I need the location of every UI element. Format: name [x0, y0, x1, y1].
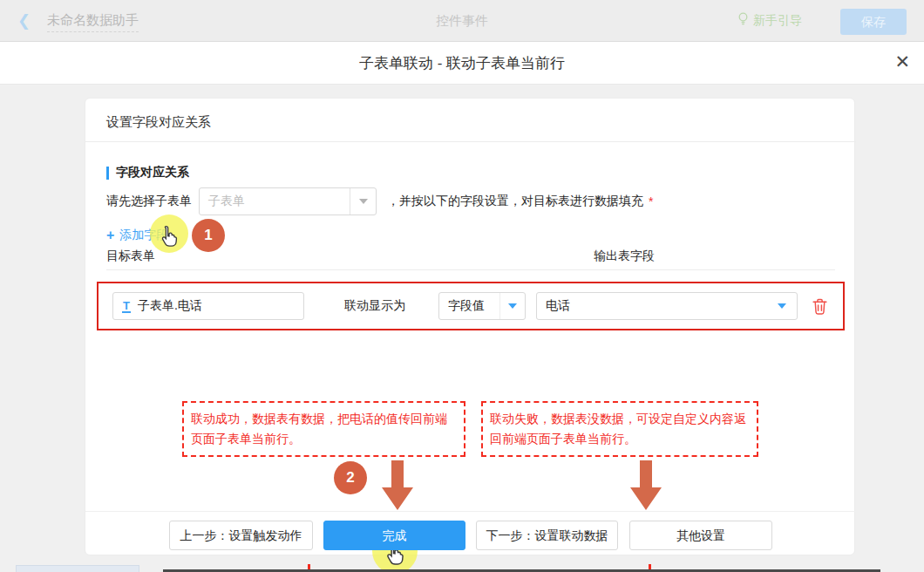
- subform-select[interactable]: 子表单: [199, 187, 377, 215]
- close-icon[interactable]: ✕: [894, 51, 910, 72]
- column-header-output: 输出表字段: [594, 249, 655, 264]
- arrow-down-icon: [382, 460, 413, 514]
- modal-header: 子表单联动 - 联动子表单当前行 ✕: [0, 42, 924, 85]
- trash-icon: [812, 298, 827, 315]
- chevron-down-icon: [778, 303, 786, 309]
- column-header-target: 目标表单: [106, 249, 155, 264]
- cutoff-red-dash: [308, 564, 310, 569]
- annotation-note-success: 联动成功，数据表有数据，把电话的值传回前端页面子表单当前行。: [182, 401, 465, 457]
- output-field-value: 电话: [546, 298, 570, 314]
- blue-accent-bar: [106, 167, 109, 180]
- subform-select-row: 请先选择子表单 子表单 ，并按以下的字段设置，对目标表进行数据填充 *: [106, 187, 653, 215]
- subform-select-label: 请先选择子表单: [106, 194, 192, 209]
- plus-icon: +: [106, 228, 114, 243]
- chevron-down-icon: [350, 188, 376, 214]
- required-asterisk: *: [649, 194, 653, 208]
- text-field-icon: T: [122, 300, 131, 313]
- beginner-guide-link[interactable]: 新手引导: [737, 12, 802, 29]
- chevron-down-icon: [499, 293, 525, 319]
- prev-step-button[interactable]: 上一步：设置触发动作: [169, 521, 313, 550]
- group-title: 字段对应关系: [106, 165, 189, 180]
- section-title: 设置字段对应关系: [106, 114, 211, 131]
- delete-row-button[interactable]: [812, 298, 827, 315]
- click-highlight-add-field: [150, 214, 188, 253]
- cutoff-red-dash: [649, 564, 651, 569]
- step-1-badge: 1: [192, 219, 225, 252]
- target-field-input[interactable]: T 子表单.电话: [112, 292, 304, 320]
- top-app-bar: ❮ 未命名数据助手 控件事件 新手引导 保存: [0, 0, 924, 42]
- lightbulb-icon: [737, 12, 749, 29]
- display-mode-value: 字段值: [439, 298, 485, 314]
- display-as-label: 联动显示为: [344, 298, 405, 314]
- finish-button[interactable]: 完成: [323, 521, 465, 550]
- display-mode-select[interactable]: 字段值: [438, 292, 526, 320]
- cutoff-element: [16, 565, 139, 572]
- group-title-label: 字段对应关系: [116, 165, 189, 180]
- target-field-value: 子表单.电话: [138, 298, 202, 314]
- field-mapping-row: T 子表单.电话 联动显示为 字段值 电话: [97, 282, 845, 330]
- hand-cursor-icon: [159, 225, 180, 249]
- divider: [85, 141, 856, 142]
- subform-select-value: 子表单: [200, 194, 245, 209]
- divider: [106, 269, 835, 270]
- field-mapping-card: 设置字段对应关系 字段对应关系 请先选择子表单 子表单 ，并按以下的字段设置，对…: [85, 98, 855, 555]
- next-step-button[interactable]: 下一步：设置联动数据: [476, 521, 618, 550]
- annotation-note-fail: 联动失败，数据表没数据，可设定自定义内容返回前端页面子表单当前行。: [481, 401, 758, 457]
- divider: [85, 511, 856, 512]
- save-button[interactable]: 保存: [840, 9, 907, 35]
- output-field-select[interactable]: 电话: [536, 292, 798, 320]
- step-2-badge: 2: [334, 461, 367, 494]
- screen: ❮ 未命名数据助手 控件事件 新手引导 保存 子表单联动 - 联动子表单当前行 …: [0, 0, 924, 572]
- beginner-guide-label: 新手引导: [753, 13, 802, 29]
- other-settings-button[interactable]: 其他设置: [629, 521, 772, 550]
- modal-title: 子表单联动 - 联动子表单当前行: [0, 53, 924, 73]
- arrow-down-icon: [630, 460, 662, 514]
- mapping-hint-label: ，并按以下的字段设置，对目标表进行数据填充: [387, 194, 643, 209]
